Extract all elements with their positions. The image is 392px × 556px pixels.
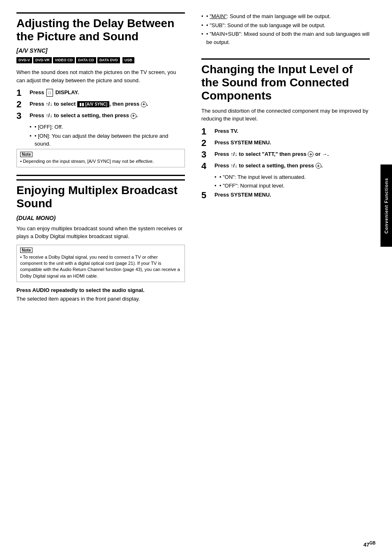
sec3-step1: 1 Press TV.: [201, 127, 370, 136]
section3-title: Changing the Input Level of the Sound fr…: [201, 58, 370, 103]
sidebar-tab: Convenient Functions: [380, 164, 392, 247]
divider1: [16, 175, 185, 176]
section-adjusting-delay: Adjusting the Delay Between the Picture …: [16, 12, 185, 167]
sec3-step5-number: 5: [201, 191, 213, 200]
sec3-step2-number: 2: [201, 139, 213, 148]
section-multiplex: Enjoying Multiplex Broadcast Sound (DUAL…: [16, 179, 185, 303]
sec3-step4: 4 Press ↑/↓ to select a setting, then pr…: [201, 162, 370, 171]
step1-number: 1: [16, 88, 28, 97]
bullet-off-att: • "OFF": Normal input level.: [214, 182, 370, 190]
note2-text: • To receive a Dolby Digital signal, you…: [20, 254, 181, 280]
step3: 3 Press ↑/↓ to select a setting, then pr…: [16, 111, 185, 120]
circle-plus-s3: +: [308, 151, 314, 157]
badge-usb: USB: [122, 57, 134, 63]
sidebar-label: Convenient Functions: [384, 178, 389, 234]
section1-title: Adjusting the Delay Between the Picture …: [16, 12, 185, 43]
sec3-step5-text: Press SYSTEM MENU.: [214, 191, 370, 199]
note2-label: Note: [20, 248, 32, 253]
sec3-step1-text: Press TV.: [214, 127, 370, 135]
step3-number: 3: [16, 111, 28, 120]
badge-dvdv: DVD-V: [16, 57, 32, 63]
note1-text: • Depending on the input stream, [A/V SY…: [20, 158, 181, 164]
sec3-step4-bullets: • "ON": The input level is attenuated. •…: [214, 173, 370, 190]
badge-row: DVD-V DVD-VR VIDEO CD DATA CD DATA DVD U…: [16, 57, 185, 63]
left-column: Adjusting the Delay Between the Picture …: [16, 12, 193, 544]
display-icon: □: [46, 89, 53, 97]
step3-text: Press ↑/↓ to select a setting, then pres…: [30, 111, 185, 120]
section1-note: Note • Depending on the input stream, [A…: [16, 149, 185, 167]
page: Adjusting the Delay Between the Picture …: [0, 0, 392, 556]
sec3-step3-text: Press ↑/↓ to select "ATT," then press + …: [214, 150, 370, 158]
note1-label: Note: [20, 152, 32, 157]
section2-intro: You can enjoy multiplex broadcast sound …: [16, 225, 185, 241]
circle-plus-s4: +: [316, 163, 321, 169]
bullet-main: • "MAIN": Sound of the main language wil…: [201, 12, 370, 21]
bullet-off: • [OFF]: Off.: [30, 123, 185, 131]
sec3-step4-number: 4: [201, 162, 213, 171]
step1: 1 Press □ DISPLAY.: [16, 88, 185, 97]
sec3-step4-text: Press ↑/↓ to select a setting, then pres…: [214, 162, 370, 170]
sec3-step5: 5 Press SYSTEM MENU.: [201, 191, 370, 200]
section2-subsection: (DUAL MONO): [16, 215, 185, 221]
bullet-on-att: • "ON": The input level is attenuated.: [214, 173, 370, 181]
section2-after-subheading: The selected item appears in the front p…: [16, 295, 185, 303]
sec3-step1-number: 1: [201, 127, 213, 136]
right-column: • "MAIN": Sound of the main language wil…: [193, 12, 370, 544]
step2: 2 Press ↑/↓ to select ▮▮ [A/V SYNC], the…: [16, 100, 185, 109]
bullet-sub: • "SUB": Sound of the sub language will …: [201, 21, 370, 30]
sec3-step3-number: 3: [201, 150, 213, 159]
page-number: 47GB: [364, 541, 376, 548]
section2-note: Note • To receive a Dolby Digital signal…: [16, 245, 185, 283]
section1-intro: When the sound does not match the pictur…: [16, 68, 185, 84]
circle-plus-3: +: [131, 113, 136, 119]
bullet-on: • [ON]: You can adjust the delay between…: [30, 132, 185, 148]
sec3-step2-text: Press SYSTEM MENU.: [214, 139, 370, 147]
badge-videocd: VIDEO CD: [53, 57, 75, 63]
badge-dvdvr: DVD-VR: [33, 57, 52, 63]
circle-plus-2: +: [141, 102, 147, 107]
sec3-step2: 2 Press SYSTEM MENU.: [201, 139, 370, 148]
main-content: Adjusting the Delay Between the Picture …: [0, 0, 392, 556]
step1-text: Press □ DISPLAY.: [30, 88, 185, 97]
gb-suffix: GB: [369, 541, 376, 545]
badge-datadvd: DATA DVD: [97, 57, 120, 63]
page-num: 47: [364, 542, 369, 548]
bullet-mainsub: • "MAIN+SUB": Mixed sound of both the ma…: [201, 30, 370, 46]
section3-intro: The sound distortion of the connected co…: [201, 107, 370, 123]
sec3-step3: 3 Press ↑/↓ to select "ATT," then press …: [201, 150, 370, 159]
section1-subsection: [A/V SYNC]: [16, 47, 185, 54]
section2-title: Enjoying Multiplex Broadcast Sound: [16, 179, 185, 210]
section-input-level: Changing the Input Level of the Sound fr…: [201, 58, 370, 200]
section2-subheading: Press AUDIO repeatedly to select the aud…: [16, 287, 185, 293]
step2-text: Press ↑/↓ to select ▮▮ [A/V SYNC], then …: [30, 100, 185, 108]
badge-datacd: DATA CD: [76, 57, 96, 63]
section2-bullets: • "MAIN": Sound of the main language wil…: [201, 12, 370, 46]
step3-bullets: • [OFF]: Off. • [ON]: You can adjust the…: [30, 123, 185, 148]
step2-number: 2: [16, 100, 28, 109]
